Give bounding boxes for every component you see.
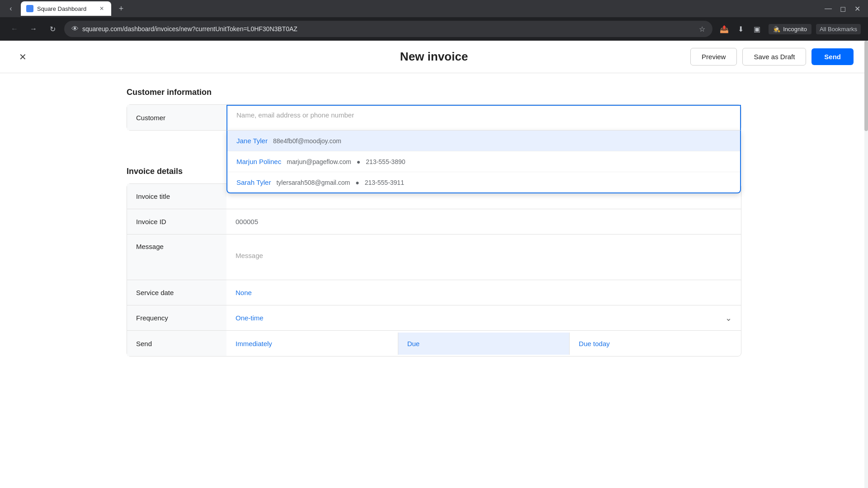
invoice-id-label-text: Invoice ID xyxy=(136,218,166,225)
browser-titlebar: ‹ Square Dashboard ✕ + — ◻ ✕ xyxy=(0,0,868,17)
close-window-button[interactable]: ✕ xyxy=(851,2,863,15)
customer-email-0: 88e4fb0f@moodjoy.com xyxy=(273,137,341,145)
app-container: ✕ New invoice Preview Save as Draft Send… xyxy=(0,41,868,488)
sidebarview-button[interactable]: ▣ xyxy=(750,22,764,36)
customer-name-1: Marjun Polinec xyxy=(236,158,281,165)
service-date-label: Service date xyxy=(127,280,226,305)
service-date-value[interactable]: None xyxy=(226,280,741,305)
address-security-icon: 👁 xyxy=(71,25,79,33)
url-text: squareup.com/dashboard/invoices/new?curr… xyxy=(82,25,695,33)
toolbar-icons: 📤 ⬇ ▣ xyxy=(717,22,764,36)
main-content: Customer information Customer Jane Tyler… xyxy=(0,73,868,488)
customer-phone-2: 213-555-3911 xyxy=(365,179,404,186)
save-draft-button[interactable]: Save as Draft xyxy=(742,48,806,66)
frequency-row: Frequency One-time ⌄ xyxy=(127,305,741,331)
browser-tab[interactable]: Square Dashboard ✕ xyxy=(21,1,111,16)
address-bar[interactable]: 👁 squareup.com/dashboard/invoices/new?cu… xyxy=(64,21,712,37)
customer-form-table: Customer Jane Tyler 88e4fb0f@moodjoy.com… xyxy=(127,104,741,131)
forward-button[interactable]: → xyxy=(26,22,41,36)
dropdown-item-1[interactable]: Marjun Polinec marjun@pageflow.com ● 213… xyxy=(227,151,740,172)
scrollbar-track xyxy=(864,41,868,488)
dropdown-item-2[interactable]: Sarah Tyler tylersarah508@gmail.com ● 21… xyxy=(227,172,740,192)
frequency-link[interactable]: One-time xyxy=(236,314,264,322)
send-row: Send Immediately Due Due today xyxy=(127,331,741,356)
service-date-link[interactable]: None xyxy=(236,289,252,296)
invoice-id-row: Invoice ID 000005 xyxy=(127,209,741,235)
customer-phone-1: 213-555-3890 xyxy=(366,158,405,165)
minimize-button[interactable]: — xyxy=(822,2,835,15)
reload-button[interactable]: ↻ xyxy=(45,22,60,36)
customer-row: Customer Jane Tyler 88e4fb0f@moodjoy.com… xyxy=(127,105,741,130)
top-bar-actions: Preview Save as Draft Send xyxy=(690,48,854,66)
new-tab-button[interactable]: + xyxy=(115,2,127,15)
invoice-id-value: 000005 xyxy=(226,209,741,234)
customer-label-text: Customer xyxy=(136,114,165,122)
bookmark-icon[interactable]: ☆ xyxy=(699,25,705,33)
back-button[interactable]: ← xyxy=(7,22,22,36)
invoice-id-label: Invoice ID xyxy=(127,209,226,234)
customer-email-2: tylersarah508@gmail.com xyxy=(276,179,350,186)
bullet-1: ● xyxy=(357,158,360,165)
frequency-value[interactable]: One-time ⌄ xyxy=(226,305,741,330)
bookmarks-label[interactable]: All Bookmarks xyxy=(816,24,861,34)
invoice-title-label: Invoice title xyxy=(127,184,226,209)
service-date-row: Service date None xyxy=(127,280,741,305)
invoice-title-input[interactable] xyxy=(236,192,732,200)
customer-dropdown: Jane Tyler 88e4fb0f@moodjoy.com Marjun P… xyxy=(226,130,741,193)
address-bar-row: ← → ↻ 👁 squareup.com/dashboard/invoices/… xyxy=(0,17,868,41)
message-value[interactable] xyxy=(226,235,741,280)
customer-section-title: Customer information xyxy=(127,88,741,97)
send-button[interactable]: Send xyxy=(811,48,854,65)
incognito-label: Incognito xyxy=(783,26,807,33)
customer-input-area[interactable] xyxy=(226,105,741,130)
message-label-text: Message xyxy=(136,243,164,250)
send-option-due-today[interactable]: Due today xyxy=(570,333,741,355)
download-button[interactable]: ⬇ xyxy=(733,22,748,36)
customer-input[interactable] xyxy=(236,111,731,119)
eye-icon: 👁 xyxy=(71,25,79,33)
message-row: Message xyxy=(127,235,741,280)
close-button[interactable]: ✕ xyxy=(14,49,31,65)
chevron-down-icon: ⌄ xyxy=(725,313,732,323)
invoice-title-label-text: Invoice title xyxy=(136,192,170,200)
message-label: Message xyxy=(127,235,226,280)
customer-name-2: Sarah Tyler xyxy=(236,178,271,186)
frequency-label: Frequency xyxy=(127,305,226,330)
window-back-button[interactable]: ‹ xyxy=(5,2,17,15)
send-label-text: Send xyxy=(136,340,152,347)
send-label: Send xyxy=(127,331,226,356)
send-value: Immediately Due Due today xyxy=(226,331,741,356)
incognito-icon: 🕵 xyxy=(773,26,780,33)
tab-title: Square Dashboard xyxy=(37,5,86,12)
customer-label: Customer xyxy=(127,105,226,130)
tab-favicon xyxy=(26,5,33,12)
top-bar: ✕ New invoice Preview Save as Draft Send xyxy=(0,41,868,73)
dropdown-item-0[interactable]: Jane Tyler 88e4fb0f@moodjoy.com xyxy=(227,131,740,151)
browser-chrome: ‹ Square Dashboard ✕ + — ◻ ✕ ← → ↻ 👁 squ… xyxy=(0,0,868,41)
scrollbar-thumb[interactable] xyxy=(864,41,868,131)
preview-button[interactable]: Preview xyxy=(690,48,737,66)
send-option-immediately[interactable]: Immediately xyxy=(226,333,398,355)
frequency-label-text: Frequency xyxy=(136,314,168,322)
send-option-due[interactable]: Due xyxy=(398,333,570,355)
message-input[interactable] xyxy=(236,242,732,269)
invoice-id-text: 000005 xyxy=(236,218,258,225)
customer-email-1: marjun@pageflow.com xyxy=(287,158,351,165)
cast-button[interactable]: 📤 xyxy=(717,22,731,36)
maximize-button[interactable]: ◻ xyxy=(836,2,849,15)
customer-name-0: Jane Tyler xyxy=(236,137,268,145)
bullet-2: ● xyxy=(355,179,359,186)
address-action-icons: ☆ xyxy=(699,25,705,33)
incognito-badge: 🕵 Incognito xyxy=(769,24,811,34)
invoice-form-table: Invoice title Invoice ID 000005 Message xyxy=(127,183,741,357)
page-title: New invoice xyxy=(400,50,468,64)
browser-controls: ‹ xyxy=(5,2,17,15)
service-date-label-text: Service date xyxy=(136,289,174,296)
tab-close-button[interactable]: ✕ xyxy=(98,5,106,13)
